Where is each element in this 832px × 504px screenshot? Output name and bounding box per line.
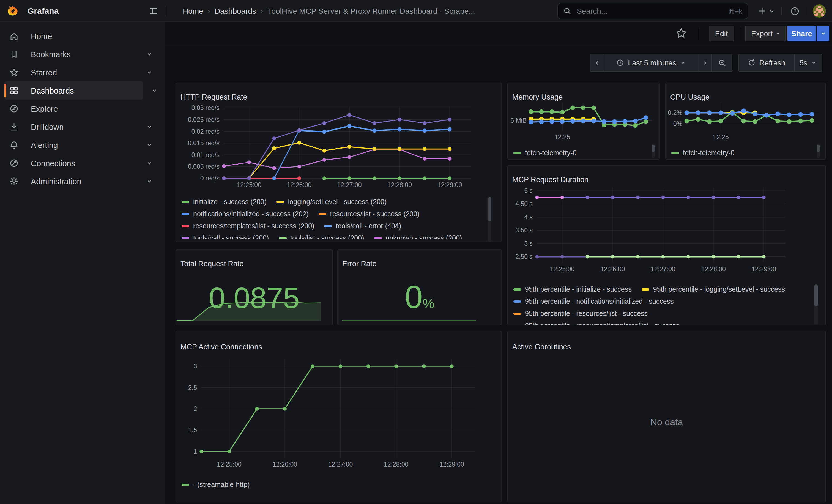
- svg-text:0.2%: 0.2%: [668, 109, 682, 116]
- export-label: Export: [751, 29, 773, 38]
- legend-row: initialize - success (200)logging/setLev…: [182, 196, 487, 208]
- time-range-picker[interactable]: Last 5 minutes: [604, 54, 698, 72]
- svg-text:12:26:00: 12:26:00: [287, 181, 312, 188]
- svg-text:12:26:00: 12:26:00: [600, 265, 625, 273]
- chevron-down-icon[interactable]: [146, 160, 152, 166]
- help-icon[interactable]: ?: [790, 7, 800, 16]
- sidebar-item-starred[interactable]: Starred: [0, 63, 164, 81]
- legend-row: notifications/initialized - success (202…: [182, 208, 487, 220]
- panel-title[interactable]: HTTP Request Rate: [181, 93, 248, 101]
- sidebar-item-alerting[interactable]: Alerting: [0, 136, 164, 154]
- add-new-chevron-icon[interactable]: [769, 8, 775, 14]
- breadcrumb-home[interactable]: Home: [183, 7, 203, 16]
- panel-title[interactable]: Active Goroutines: [512, 343, 571, 351]
- legend-item[interactable]: resources/list - success (200): [319, 210, 420, 218]
- legend-item[interactable]: unknown - success (200): [374, 234, 462, 239]
- share-menu-button[interactable]: [816, 26, 829, 41]
- sidebar-item-dashboards[interactable]: Dashboards: [4, 81, 143, 100]
- edit-button[interactable]: Edit: [709, 26, 734, 41]
- time-shift-back-button[interactable]: [590, 54, 604, 72]
- add-new-button[interactable]: [758, 7, 766, 16]
- legend-item[interactable]: 95th percentile - initialize - success: [513, 286, 632, 293]
- legend-item[interactable]: tools/list - success (200): [279, 234, 364, 239]
- sidebar-item-explore[interactable]: Explore: [0, 100, 164, 118]
- breadcrumb-separator: ›: [261, 7, 263, 16]
- zoom-out-button[interactable]: [711, 54, 732, 72]
- legend-scrollbar[interactable]: [816, 143, 820, 158]
- chevron-down-icon[interactable]: [146, 69, 152, 75]
- chevron-down-icon: [680, 60, 686, 65]
- search-box[interactable]: ⌘+k: [557, 3, 748, 19]
- share-button[interactable]: Share: [787, 26, 816, 41]
- legend-scrollbar[interactable]: [488, 197, 491, 242]
- legend-item[interactable]: resources/templates/list - success (200): [182, 222, 314, 230]
- legend-item[interactable]: 95th percentile - logging/setLevel - suc…: [642, 286, 785, 293]
- refresh-button[interactable]: Refresh: [738, 54, 795, 72]
- toolbar-divider: [699, 27, 699, 39]
- search-input[interactable]: [576, 6, 724, 16]
- grafana-logo-icon[interactable]: [7, 4, 19, 17]
- search-icon: [564, 7, 571, 15]
- legend-item[interactable]: initialize - success (200): [182, 198, 267, 206]
- svg-text:12:28:00: 12:28:00: [384, 461, 409, 468]
- breadcrumb-dashboards[interactable]: Dashboards: [215, 7, 256, 16]
- memory-usage-chart[interactable]: 16 MiB12:25: [510, 99, 659, 143]
- panel-title[interactable]: MCP Active Connections: [181, 343, 262, 351]
- panel-title[interactable]: Total Request Rate: [181, 260, 244, 268]
- no-data-message: No data: [508, 417, 825, 428]
- legend-scrollbar[interactable]: [814, 285, 818, 325]
- export-button[interactable]: Export: [745, 26, 786, 41]
- legend-label: fetch-telemetry-0: [525, 149, 577, 157]
- legend-row: 95th percentile - initialize - success95…: [513, 283, 813, 295]
- zoom-out-icon: [718, 59, 726, 67]
- series-color-chip: [182, 484, 189, 486]
- panel-left-toggle-icon[interactable]: [149, 7, 158, 16]
- panel-http-request-rate: HTTP Request Rate 0 req/s0.005 req/s0.01…: [176, 82, 502, 242]
- sidebar-item-connections[interactable]: Connections: [0, 154, 164, 172]
- sidebar-item-bookmarks[interactable]: Bookmarks: [0, 45, 164, 63]
- legend-item[interactable]: fetch-telemetry-0: [671, 149, 735, 157]
- total-request-rate-sparkline: [177, 298, 333, 324]
- svg-text:3.50 s: 3.50 s: [515, 227, 532, 234]
- cpu-usage-chart[interactable]: 0.2%0%12:25: [668, 99, 824, 143]
- series-color-chip: [279, 237, 286, 239]
- legend-scrollbar[interactable]: [651, 143, 655, 158]
- legend-item[interactable]: - (streamable-http): [182, 481, 250, 488]
- sidebar-item-label: Connections: [31, 159, 75, 167]
- bookmark-icon: [9, 50, 19, 59]
- search-shortcut: ⌘+k: [728, 7, 742, 15]
- refresh-interval-picker[interactable]: 5s: [794, 54, 822, 72]
- mcp-active-connections-chart[interactable]: 11.522.5312:25:0012:26:0012:27:0012:28:0…: [179, 353, 497, 477]
- legend-item[interactable]: tools/call - success (200): [182, 234, 269, 239]
- legend-label: 95th percentile - initialize - success: [525, 286, 632, 293]
- sidebar-item-administration[interactable]: Administration: [0, 172, 164, 190]
- legend-item[interactable]: notifications/initialized - success (202…: [182, 210, 309, 218]
- connections-legend: - (streamable-http): [182, 479, 490, 491]
- chevron-down-icon[interactable]: [146, 142, 152, 148]
- legend-item[interactable]: tools/call - error (404): [324, 222, 401, 230]
- svg-text:12:27:00: 12:27:00: [328, 461, 353, 468]
- panel-title[interactable]: Error Rate: [342, 260, 376, 268]
- favorite-star-icon[interactable]: [676, 27, 687, 38]
- user-avatar[interactable]: [813, 4, 826, 18]
- http-request-rate-chart[interactable]: 0 req/s0.005 req/s0.01 req/s0.015 req/s0…: [181, 103, 498, 197]
- time-shift-forward-button[interactable]: [698, 54, 712, 72]
- sidebar-item-home[interactable]: Home: [0, 27, 164, 45]
- legend-item[interactable]: 95th percentile - resources/list - succe…: [513, 310, 648, 317]
- chevron-down-icon[interactable]: [146, 124, 152, 130]
- svg-text:2.50 s: 2.50 s: [515, 253, 532, 260]
- duration-legend: 95th percentile - initialize - success95…: [513, 283, 813, 325]
- chevron-down-icon[interactable]: [146, 178, 152, 184]
- chevron-down-icon[interactable]: [146, 51, 152, 57]
- sidebar-item-drilldown[interactable]: Drilldown: [0, 118, 164, 136]
- chevron-down-icon[interactable]: [151, 87, 157, 94]
- svg-text:12:25:00: 12:25:00: [237, 181, 261, 188]
- legend-item[interactable]: 95th percentile - notifications/initiali…: [513, 298, 674, 306]
- legend-item[interactable]: logging/setLevel - success (200): [277, 198, 387, 206]
- mcp-request-duration-chart[interactable]: 2.50 s3 s3.50 s4 s4.50 s5 s12:25:0012:26…: [511, 184, 808, 281]
- series-color-chip: [642, 288, 649, 291]
- svg-text:2: 2: [193, 405, 197, 413]
- panel-title[interactable]: MCP Request Duration: [512, 176, 589, 184]
- legend-item[interactable]: fetch-telemetry-0: [513, 149, 577, 157]
- legend-item[interactable]: 95th percentile - resources/templates/li…: [513, 322, 679, 325]
